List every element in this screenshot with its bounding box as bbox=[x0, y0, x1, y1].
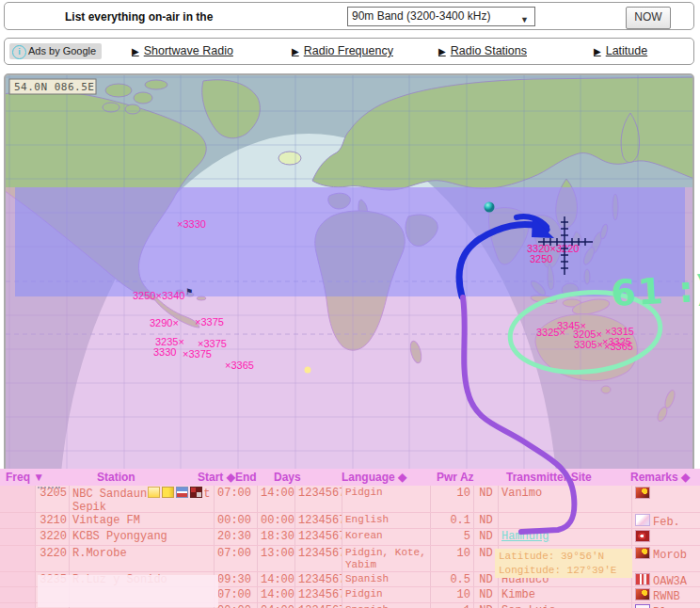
top-control-bar: List everything on-air in the 90m Band (… bbox=[4, 2, 694, 30]
header-end[interactable]: End bbox=[235, 471, 257, 484]
row-pad-cell bbox=[0, 546, 36, 571]
header-start[interactable]: Start ◆ bbox=[198, 471, 235, 484]
now-button[interactable]: NOW bbox=[626, 7, 671, 29]
station-flag-icon: ⚑ bbox=[185, 287, 193, 296]
power-cell: 0.5 bbox=[431, 572, 474, 586]
end-cell: 00:00 bbox=[258, 513, 295, 528]
row-pad-cell bbox=[0, 513, 36, 528]
language-cell: Pidgin bbox=[342, 587, 431, 602]
azimuth-cell: ND bbox=[474, 513, 499, 528]
ad-link-radio-frequency[interactable]: ▶Radio Frequency bbox=[292, 44, 393, 57]
remarks-cell: OAW3A bbox=[632, 572, 698, 586]
site-cell: Vanimo bbox=[499, 486, 632, 512]
table-row[interactable]: 3205 NBC SandauntSepik 07:00 14:00 12345… bbox=[0, 486, 700, 513]
language-cell: English bbox=[342, 513, 431, 528]
focus-dots bbox=[38, 487, 60, 493]
table-row[interactable]: 3220 KCBS Pyongyang 20:30 18:30 1234567 … bbox=[0, 529, 700, 546]
azimuth-cell: ND bbox=[474, 587, 499, 602]
ads-by-google-badge[interactable]: i Ads by Google bbox=[9, 43, 102, 59]
teal-ball-marker bbox=[485, 202, 495, 213]
header-freq[interactable]: Freq ▼ bbox=[6, 471, 44, 484]
remark-flag-icon[interactable] bbox=[635, 588, 650, 600]
language-cell: Spanish bbox=[342, 603, 431, 608]
power-cell: 1 bbox=[431, 603, 474, 608]
station-cell: R.Morobe bbox=[70, 546, 215, 571]
azimuth-cell: ND bbox=[474, 603, 499, 608]
header-days[interactable]: Days bbox=[274, 471, 301, 484]
days-cell: 1234567 bbox=[295, 546, 342, 571]
end-cell: 14:00 bbox=[258, 587, 295, 602]
remarks-cell: Bl bbox=[632, 603, 698, 608]
remarks-cell bbox=[632, 529, 698, 545]
arrow-right-icon: ▶ bbox=[438, 46, 446, 56]
end-cell: 13:00 bbox=[258, 546, 295, 571]
map-label: 3305× bbox=[574, 339, 603, 350]
blue-highlight-overlay bbox=[15, 187, 685, 296]
days-cell: 1234567 bbox=[295, 513, 342, 528]
power-cell: 10 bbox=[431, 546, 474, 571]
band-select-dropdown[interactable]: 90m Band (3200-3400 kHz) ▼ bbox=[347, 7, 535, 26]
band-select-label: List everything on-air in the bbox=[65, 10, 213, 24]
svg-text:54.0N 086.5E: 54.0N 086.5E bbox=[14, 81, 94, 93]
end-cell: 04:00 bbox=[258, 603, 295, 608]
row-pad-cell bbox=[0, 587, 36, 602]
world-map-panel[interactable]: ⚑ ×3330 3250×3340 3290× ×3375 3235× 3330… bbox=[4, 73, 694, 485]
ads-badge-label: Ads by Google bbox=[28, 45, 96, 56]
flag-icon bbox=[190, 487, 202, 498]
azimuth-cell: ND bbox=[474, 486, 499, 512]
map-label: 3250 bbox=[530, 253, 552, 264]
map-canvas[interactable]: ⚑ ×3330 3250×3340 3290× ×3375 3235× 3330… bbox=[6, 75, 692, 483]
site-cell: Kimbe bbox=[499, 587, 632, 602]
remarks-cell: RWNB bbox=[632, 587, 698, 602]
pale-eraser-overlay bbox=[38, 575, 218, 607]
end-cell: 14:00 bbox=[258, 486, 295, 512]
remarks-cell bbox=[632, 486, 698, 512]
days-cell: 1234567 bbox=[295, 486, 342, 512]
days-cell: 1234567 bbox=[295, 572, 342, 586]
coords-readout: 54.0N 086.5E bbox=[9, 79, 96, 94]
freq-cell: 3220 bbox=[36, 546, 70, 571]
remark-flag-icon[interactable] bbox=[635, 514, 650, 526]
arrow-right-icon: ▶ bbox=[594, 46, 601, 56]
chevron-down-icon: ▼ bbox=[520, 11, 529, 29]
days-cell: 1234567 bbox=[295, 603, 342, 608]
language-cell: Spanish bbox=[342, 572, 431, 586]
remarks-cell: Feb. bbox=[632, 513, 698, 528]
map-label: ×3375 bbox=[195, 316, 224, 328]
ad-link-radio-stations[interactable]: ▶Radio Stations bbox=[438, 44, 527, 57]
ad-link-shortwave-radio[interactable]: ▶Shortwave Radio bbox=[132, 44, 233, 57]
remark-flag-icon[interactable] bbox=[635, 547, 650, 559]
table-row[interactable]: 3210 Vintage FM 00:00 00:00 1234567 Engl… bbox=[0, 513, 700, 529]
info-icon: i bbox=[12, 45, 26, 59]
start-cell: 00:00 bbox=[215, 603, 258, 608]
header-language[interactable]: Language ◆ bbox=[342, 471, 406, 484]
remark-flag-icon[interactable] bbox=[635, 573, 650, 585]
end-cell: 18:30 bbox=[258, 529, 295, 545]
header-transmitter-site[interactable]: Transmitter Site bbox=[506, 471, 592, 484]
ad-link-latitude[interactable]: ▶Latitude bbox=[594, 44, 647, 57]
start-cell: 07:00 bbox=[215, 546, 258, 571]
map-label: ×3365 bbox=[604, 341, 633, 352]
arrow-right-icon: ▶ bbox=[132, 46, 139, 56]
header-remarks[interactable]: Remarks ◆ bbox=[630, 471, 690, 484]
map-label: 3325× bbox=[536, 327, 565, 338]
remark-flag-icon[interactable] bbox=[635, 530, 650, 542]
header-pwr-az[interactable]: Pwr Az bbox=[437, 471, 474, 484]
site-link[interactable]: Hamnung bbox=[501, 530, 549, 543]
sun-marker bbox=[305, 367, 311, 374]
remark-flag-icon[interactable] bbox=[635, 487, 650, 499]
row-pad-cell bbox=[0, 603, 36, 608]
remark-flag-icon[interactable] bbox=[635, 604, 650, 608]
arrow-right-icon: ▶ bbox=[292, 46, 299, 56]
start-cell: 07:00 bbox=[215, 587, 258, 602]
flag-icon bbox=[148, 487, 160, 498]
azimuth-cell: ND bbox=[474, 529, 499, 545]
language-cell: Pidgin bbox=[342, 486, 431, 512]
tooltip-latitude: Latitude: 39°56'N bbox=[499, 550, 628, 564]
flag-icon bbox=[176, 487, 188, 498]
flag-icon bbox=[162, 487, 174, 498]
start-cell: 00:00 bbox=[215, 513, 258, 528]
site-cell: Hamnung bbox=[499, 529, 632, 545]
header-station[interactable]: Station bbox=[97, 471, 135, 484]
row-pad-cell bbox=[0, 486, 36, 512]
